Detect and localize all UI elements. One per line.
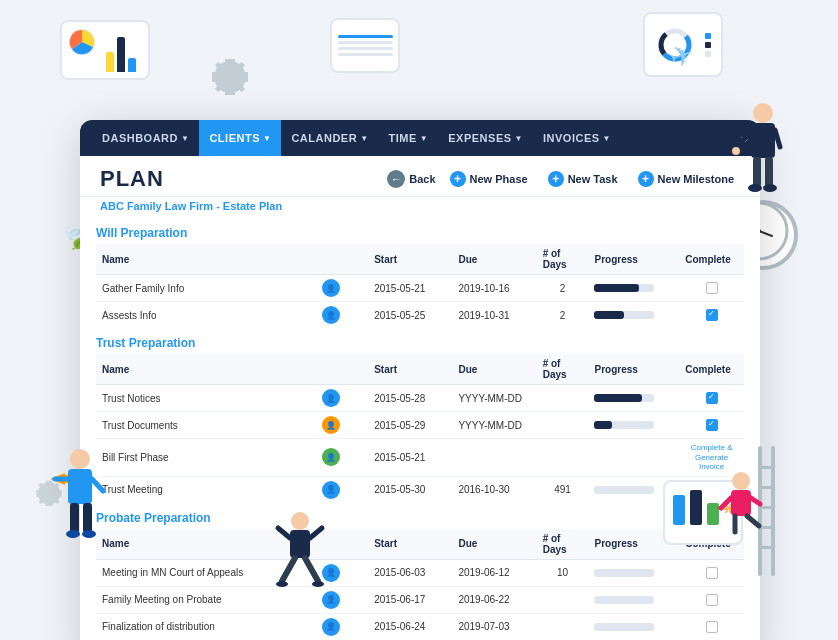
avatar-icon: 👤 — [322, 389, 340, 407]
nav-time[interactable]: TIME▼ — [379, 120, 439, 156]
progress-fill — [594, 394, 642, 402]
deco-gear-top — [210, 55, 250, 99]
progress-bar — [594, 421, 654, 429]
plus-task-icon: + — [548, 171, 564, 187]
checkbox-checked[interactable] — [706, 419, 718, 431]
th-start-3: Start — [368, 529, 452, 560]
header-actions: ← Back + New Phase + New Task + New Mile… — [387, 168, 740, 190]
new-task-button[interactable]: + New Task — [542, 168, 624, 190]
th-complete-1: Complete — [679, 244, 744, 275]
nav-clients[interactable]: CLIENTS▼ — [199, 120, 281, 156]
progress-fill — [594, 421, 612, 429]
row-days — [537, 613, 589, 640]
avatar-icon: 👤 — [322, 448, 340, 466]
row-progress — [588, 275, 679, 302]
svg-line-30 — [278, 528, 290, 538]
section-trust-preparation: Trust Preparation — [96, 328, 744, 354]
row-name: Trust Meeting — [96, 476, 316, 503]
nav-invoices[interactable]: INVOICES▼ — [533, 120, 621, 156]
row-days: 491 — [537, 476, 589, 503]
row-complete — [679, 385, 744, 412]
th-days-3: # of Days — [537, 529, 589, 560]
page-title: PLAN — [100, 166, 387, 192]
nav-calander[interactable]: CALANDER▼ — [281, 120, 378, 156]
checkbox-checked[interactable] — [706, 309, 718, 321]
row-days — [537, 385, 589, 412]
row-progress — [588, 613, 679, 640]
row-icon: 👤 — [316, 412, 368, 439]
th-days-2: # of Days — [537, 354, 589, 385]
deco-chart-left — [60, 20, 150, 80]
th-progress-2: Progress — [588, 354, 679, 385]
nav-dashboard[interactable]: DASHBOARD▼ — [92, 120, 199, 156]
svg-point-43 — [732, 472, 750, 490]
checkbox[interactable] — [706, 594, 718, 606]
svg-point-28 — [291, 512, 309, 530]
row-complete — [679, 275, 744, 302]
row-icon: 👤 — [316, 275, 368, 302]
svg-rect-14 — [765, 157, 773, 187]
row-complete — [679, 302, 744, 329]
svg-line-11 — [775, 130, 780, 147]
checkbox[interactable] — [706, 621, 718, 633]
svg-point-8 — [753, 103, 773, 123]
row-due: 2019-10-31 — [452, 302, 536, 329]
row-progress — [588, 412, 679, 439]
progress-bar — [594, 486, 654, 494]
svg-rect-21 — [68, 469, 92, 504]
row-days — [537, 586, 589, 613]
back-button[interactable]: ← Back — [387, 170, 435, 188]
deco-donut — [330, 18, 400, 73]
svg-line-45 — [721, 498, 731, 508]
row-progress — [588, 302, 679, 329]
svg-line-31 — [310, 528, 322, 538]
progress-bar — [594, 394, 654, 402]
th-days-1: # of Days — [537, 244, 589, 275]
person-bottom-right — [713, 446, 783, 580]
row-icon: 👤 — [316, 385, 368, 412]
avatar-icon: 👤 — [322, 481, 340, 499]
row-name: Trust Documents — [96, 412, 316, 439]
th-start-2: Start — [368, 354, 452, 385]
avatar-icon: 👤 — [322, 618, 340, 636]
svg-rect-25 — [83, 503, 92, 533]
row-icon: 👤 — [316, 613, 368, 640]
row-due: YYYY-MM-DD — [452, 385, 536, 412]
row-days: 2 — [537, 275, 589, 302]
row-due: 2019-10-16 — [452, 275, 536, 302]
row-complete — [679, 586, 744, 613]
table-row: Family Meeting on Probate 👤 2015-06-17 2… — [96, 586, 744, 613]
th-name-1: Name — [96, 244, 316, 275]
svg-line-32 — [282, 558, 295, 581]
row-start: 2015-05-30 — [368, 476, 452, 503]
row-start: 2015-06-17 — [368, 586, 452, 613]
row-start: 2015-06-24 — [368, 613, 452, 640]
svg-point-26 — [66, 530, 80, 538]
progress-bar — [594, 311, 654, 319]
plus-phase-icon: + — [450, 171, 466, 187]
table-row: Assests Info 👤 2015-05-25 2019-10-31 2 — [96, 302, 744, 329]
new-phase-button[interactable]: + New Phase — [444, 168, 534, 190]
checkbox-checked[interactable] — [706, 392, 718, 404]
checkbox[interactable] — [706, 282, 718, 294]
svg-rect-40 — [758, 506, 775, 509]
table-row: Finalization of distribution 👤 2015-06-2… — [96, 613, 744, 640]
nav-expenses[interactable]: EXPENSES▼ — [438, 120, 533, 156]
th-due-1: Due — [452, 244, 536, 275]
table-row: Trust Documents 👤 2015-05-29 YYYY-MM-DD — [96, 412, 744, 439]
progress-fill — [594, 311, 624, 319]
content-area: Will Preparation Name Start Due # of Day… — [80, 218, 760, 640]
page-header: PLAN ← Back + New Phase + New Task + New… — [80, 156, 760, 197]
svg-rect-39 — [758, 486, 775, 489]
th-progress-1: Progress — [588, 244, 679, 275]
row-complete — [679, 613, 744, 640]
th-due-2: Due — [452, 354, 536, 385]
progress-bar — [594, 284, 654, 292]
row-start: 2015-05-28 — [368, 385, 452, 412]
table-row: Gather Family Info 👤 2015-05-21 2019-10-… — [96, 275, 744, 302]
table-row: Trust Notices 👤 2015-05-28 YYYY-MM-DD — [96, 385, 744, 412]
person-bottom-mid — [270, 506, 330, 610]
table-probate-preparation: Name Start Due # of Days Progress Comple… — [96, 529, 744, 640]
table-row: Trust Meeting 👤 2015-05-30 2016-10-30 49… — [96, 476, 744, 503]
table-will-preparation: Name Start Due # of Days Progress Comple… — [96, 244, 744, 328]
